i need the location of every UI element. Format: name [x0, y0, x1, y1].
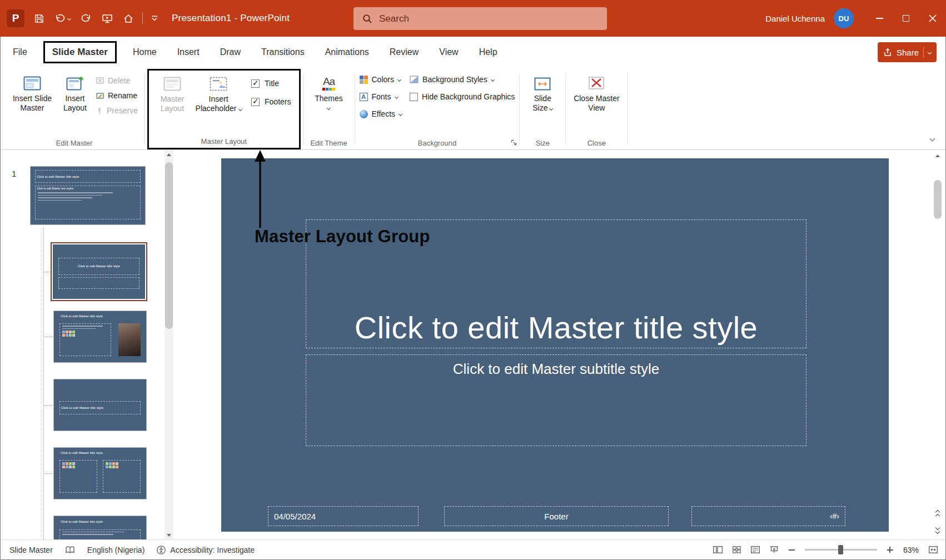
fonts-button[interactable]: A Fonts	[360, 92, 402, 101]
avatar[interactable]: DU	[834, 8, 854, 28]
tab-animations[interactable]: Animations	[325, 47, 369, 57]
slide-sorter-view-button[interactable]	[733, 546, 741, 553]
insert-slide-master-button[interactable]: Insert Slide Master	[8, 71, 56, 113]
thumbnail-layout-3[interactable]: Click to edit Master title style	[54, 379, 146, 431]
ribbon-group-close: Close Master View Close	[567, 70, 626, 149]
tab-view[interactable]: View	[439, 47, 458, 57]
tab-slide-master[interactable]: Slide Master	[43, 41, 117, 63]
canvas-scroll-up-arrow[interactable]	[933, 151, 942, 160]
thumbnail-scrollbar[interactable]	[165, 150, 173, 539]
accessibility-button[interactable]: Accessibility: Investigate	[157, 546, 255, 554]
ribbon-group-background: Colors A Fonts Effects	[356, 70, 519, 149]
group-label-close: Close	[570, 136, 623, 149]
previous-slide-button[interactable]	[933, 507, 942, 521]
thumbnail-master[interactable]: Click to edit Master title style Click t…	[31, 167, 145, 224]
footers-checkbox-row[interactable]: Footers	[251, 97, 291, 106]
hide-background-graphics-row[interactable]: Hide Background Graphics	[410, 92, 515, 101]
subtitle-placeholder[interactable]: Click to edit Master subtitle style	[306, 354, 806, 446]
statusbar-view-name[interactable]: Slide Master	[9, 546, 53, 554]
thumbnail-layout-4[interactable]: Click to edit Master title style	[54, 448, 146, 499]
footer-placeholder[interactable]: Footer	[444, 506, 669, 526]
tab-draw[interactable]: Draw	[220, 47, 241, 57]
undo-button[interactable]	[49, 7, 76, 29]
collapse-ribbon-button[interactable]	[930, 133, 934, 143]
maximize-button[interactable]	[893, 0, 919, 37]
preserve-icon	[96, 107, 103, 114]
group-label-edit-master: Edit Master	[8, 136, 140, 149]
zoom-in-button[interactable]	[887, 547, 893, 553]
themes-button[interactable]: Aa Themes	[308, 71, 350, 111]
powerpoint-logo-icon[interactable]: P	[7, 9, 24, 27]
background-styles-button[interactable]: Background Styles	[410, 75, 515, 84]
close-window-button[interactable]	[919, 0, 946, 37]
user-name[interactable]: Daniel Uchenna	[765, 14, 825, 23]
group-label-background: Background	[360, 136, 515, 149]
normal-view-button[interactable]	[713, 546, 723, 553]
canvas-scrollbar-thumb[interactable]	[934, 180, 942, 219]
date-placeholder[interactable]: 04/05/2024	[268, 506, 419, 526]
scroll-up-arrow[interactable]	[165, 150, 173, 159]
themes-icon: Aa	[322, 74, 335, 91]
slideshow-view-button[interactable]	[770, 546, 779, 553]
title-checkbox[interactable]	[251, 79, 260, 88]
title-placeholder[interactable]: Click to edit Master title style	[306, 219, 806, 348]
minimize-button[interactable]	[866, 0, 893, 37]
background-dialog-launcher[interactable]	[511, 139, 517, 147]
start-slideshow-button[interactable]	[97, 7, 118, 29]
document-title: Presentation1 - PowerPoint	[172, 13, 290, 24]
zoom-level[interactable]: 63%	[903, 546, 919, 554]
title-checkbox-row[interactable]: Title	[251, 79, 291, 88]
home-button[interactable]	[118, 7, 139, 29]
insert-layout-button[interactable]: Insert Layout	[57, 71, 93, 113]
thumbnail-tree-line	[43, 228, 44, 539]
thumbnail-layout-5[interactable]: Click to edit Master title style	[54, 516, 146, 539]
delete-button: Delete	[96, 76, 138, 85]
thumbnail-layout-2[interactable]: Click to edit Master title style	[54, 311, 146, 362]
undo-icon	[54, 13, 66, 23]
customize-quick-access-button[interactable]	[146, 7, 163, 29]
titlebar: P Presentation1 - PowerPoint Daniel Uche…	[0, 0, 946, 37]
slide-size-button[interactable]: Slide Size	[524, 71, 561, 113]
search-box[interactable]	[353, 7, 607, 30]
fit-to-window-button[interactable]	[929, 546, 938, 553]
share-icon	[883, 48, 892, 57]
slide-number-placeholder[interactable]: ‹#›	[691, 506, 845, 526]
close-master-view-button[interactable]: Close Master View	[570, 71, 623, 113]
canvas-scrollbar[interactable]	[933, 151, 942, 538]
spellcheck-button[interactable]	[65, 546, 75, 554]
hide-background-graphics-checkbox[interactable]	[410, 93, 418, 101]
search-input[interactable]	[379, 13, 600, 24]
zoom-slider-thumb[interactable]	[838, 545, 843, 554]
insert-placeholder-dropdown-icon[interactable]	[238, 107, 242, 111]
zoom-out-button[interactable]	[789, 549, 795, 551]
tab-file[interactable]: File	[13, 47, 27, 57]
colors-button[interactable]: Colors	[360, 75, 402, 84]
undo-dropdown-icon[interactable]	[67, 16, 71, 20]
thumbnail-scrollbar-thumb[interactable]	[165, 162, 173, 329]
tab-home[interactable]: Home	[133, 47, 157, 57]
redo-button[interactable]	[76, 7, 97, 29]
slide-thumbnail-panel: 1 Click to edit Master title style Click…	[1, 150, 182, 539]
effects-button[interactable]: Effects	[360, 109, 402, 118]
next-slide-button[interactable]	[933, 523, 942, 536]
save-button[interactable]	[29, 7, 49, 29]
language-button[interactable]: English (Nigeria)	[87, 546, 145, 554]
tab-transitions[interactable]: Transitions	[261, 47, 305, 57]
slide-editing-surface[interactable]: Click to edit Master title style Click t…	[221, 158, 889, 532]
group-label-master-layout: Master Layout	[153, 134, 294, 148]
reading-view-icon	[751, 546, 760, 553]
footers-checkbox[interactable]	[251, 98, 260, 106]
rename-button[interactable]: Rename	[96, 91, 138, 100]
tab-help[interactable]: Help	[479, 47, 497, 57]
zoom-slider[interactable]	[805, 549, 877, 551]
thumbnail-layout-1-selected[interactable]: Click to edit Master title style	[51, 242, 147, 301]
slide-size-dropdown-icon[interactable]	[549, 106, 553, 110]
share-dropdown-icon[interactable]	[928, 50, 932, 54]
tab-review[interactable]: Review	[390, 47, 419, 57]
insert-placeholder-button[interactable]: Insert Placeholder	[192, 72, 245, 114]
scroll-down-arrow[interactable]	[165, 531, 173, 539]
themes-dropdown-icon[interactable]	[327, 106, 331, 109]
reading-view-button[interactable]	[751, 546, 760, 553]
share-button[interactable]: Share	[878, 42, 937, 62]
tab-insert[interactable]: Insert	[177, 47, 200, 57]
